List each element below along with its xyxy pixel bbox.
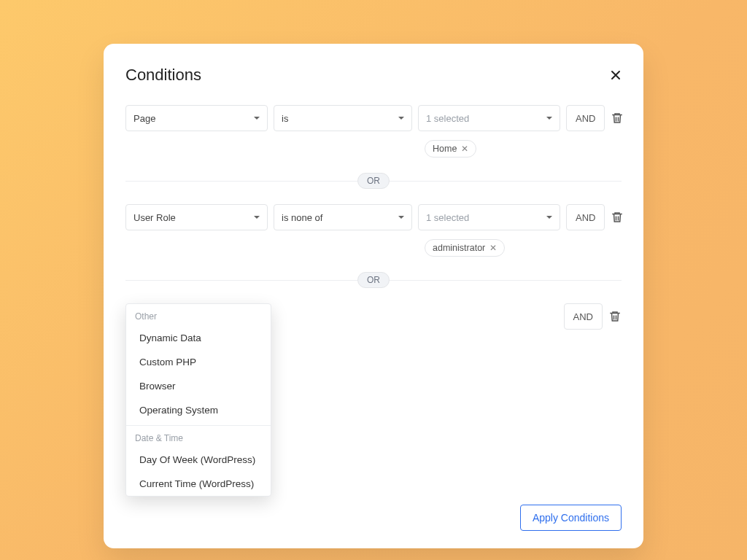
dropdown-scroll[interactable]: Other Dynamic Data Custom PHP Browser Op… xyxy=(126,304,271,496)
caret-down-icon xyxy=(254,216,260,219)
or-pill: OR xyxy=(357,173,390,189)
chip-remove-icon[interactable]: ✕ xyxy=(489,244,497,252)
modal-footer: Apply Conditions xyxy=(125,505,622,531)
and-button[interactable]: AND xyxy=(566,105,605,131)
operator-select[interactable]: is xyxy=(274,105,412,131)
modal-header: Conditions xyxy=(125,66,622,85)
dropdown-item-day-of-week[interactable]: Day Of Week (WordPress) xyxy=(126,448,271,472)
operator-select[interactable]: is none of xyxy=(274,204,412,230)
selected-chips: administrator ✕ xyxy=(425,239,622,257)
and-button[interactable]: AND xyxy=(564,303,603,330)
delete-row-button[interactable] xyxy=(611,112,624,125)
value-select-placeholder: 1 selected xyxy=(426,113,469,124)
caret-down-icon xyxy=(254,117,260,120)
modal-title: Conditions xyxy=(125,66,201,85)
chip-label: Home xyxy=(433,144,457,154)
caret-down-icon xyxy=(546,216,552,219)
field-select[interactable]: Page xyxy=(125,105,268,131)
or-divider: OR xyxy=(125,270,622,290)
chip-home: Home ✕ xyxy=(425,140,476,158)
value-select[interactable]: 1 selected xyxy=(418,105,560,131)
selected-chips: Home ✕ xyxy=(425,140,622,158)
operator-select-value: is xyxy=(282,113,288,124)
condition-row-1: Page is 1 selected AND xyxy=(125,105,622,131)
dropdown-item-custom-php[interactable]: Custom PHP xyxy=(126,350,271,374)
chip-admin: administrator ✕ xyxy=(425,239,505,257)
and-button[interactable]: AND xyxy=(566,204,605,230)
and-button-label: AND xyxy=(576,113,595,124)
dropdown-item-current-time[interactable]: Current Time (WordPress) xyxy=(126,472,271,496)
dropdown-item-browser[interactable]: Browser xyxy=(126,374,271,398)
condition-row-3: Other Dynamic Data Custom PHP Browser Op… xyxy=(125,303,622,330)
value-select-placeholder: 1 selected xyxy=(426,212,469,223)
and-button-label: AND xyxy=(576,212,595,223)
field-select[interactable]: User Role xyxy=(125,204,268,230)
field-select-value: Page xyxy=(133,113,155,124)
close-icon[interactable] xyxy=(610,69,622,81)
caret-down-icon xyxy=(398,216,404,219)
delete-row-button[interactable] xyxy=(611,211,624,224)
dropdown-group-label: Other xyxy=(126,304,271,326)
caret-down-icon xyxy=(398,117,404,120)
delete-row-button[interactable] xyxy=(608,310,622,323)
operator-select-value: is none of xyxy=(282,212,322,223)
chip-remove-icon[interactable]: ✕ xyxy=(461,144,468,153)
dropdown-item-dynamic-data[interactable]: Dynamic Data xyxy=(126,326,271,350)
caret-down-icon xyxy=(546,117,552,120)
dropdown-item-operating-system[interactable]: Operating System xyxy=(126,398,271,422)
condition-row-2: User Role is none of 1 selected AND xyxy=(125,204,622,230)
apply-conditions-button[interactable]: Apply Conditions xyxy=(520,505,622,531)
dropdown-group-label: Date & Time xyxy=(126,426,271,448)
and-button-label: AND xyxy=(573,311,593,322)
or-pill: OR xyxy=(357,272,390,288)
value-select[interactable]: 1 selected xyxy=(418,204,560,230)
field-select-value: User Role xyxy=(133,212,176,223)
field-dropdown: Other Dynamic Data Custom PHP Browser Op… xyxy=(125,303,271,497)
conditions-modal: Conditions Page is 1 selected AND Home ✕ xyxy=(104,44,643,548)
or-divider: OR xyxy=(125,171,622,191)
chip-label: administrator xyxy=(433,243,485,253)
